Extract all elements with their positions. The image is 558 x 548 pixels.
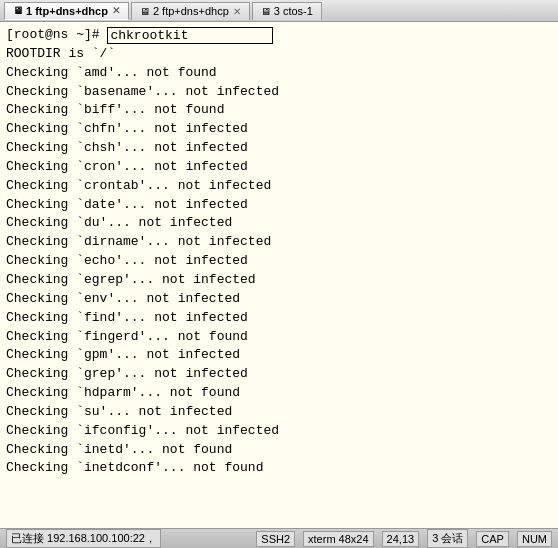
output-line: Checking `su'... not infected	[6, 403, 552, 422]
position-info: 24,13	[382, 531, 420, 547]
output-line: Checking `amd'... not found	[6, 64, 552, 83]
command-line: [root@ns ~]#	[6, 26, 552, 45]
tab-3[interactable]: 🖥 3 ctos-1	[252, 2, 322, 20]
prompt: [root@ns ~]#	[6, 26, 107, 45]
output-line: Checking `find'... not infected	[6, 309, 552, 328]
terminal-icon-3: 🖥	[261, 6, 271, 17]
ssh-info: SSH2	[256, 531, 295, 547]
command-input[interactable]	[107, 27, 273, 44]
caps-indicator: CAP	[476, 531, 509, 547]
output-line: ROOTDIR is `/`	[6, 45, 552, 64]
status-right: SSH2 xterm 48x24 24,13 3 会话 CAP NUM	[256, 529, 552, 548]
output-line: Checking `date'... not infected	[6, 196, 552, 215]
status-left: 已连接 192.168.100.100:22，	[6, 529, 161, 548]
tab-3-label: 3 ctos-1	[274, 5, 313, 17]
output-line: Checking `hdparm'... not found	[6, 384, 552, 403]
output-line: Checking `chfn'... not infected	[6, 120, 552, 139]
tab-2-label: 2 ftp+dns+dhcp	[153, 5, 229, 17]
terminal-content[interactable]: [root@ns ~]# ROOTDIR is `/`Checking `amd…	[0, 22, 558, 528]
output-line: Checking `inetdconf'... not found	[6, 459, 552, 478]
output-line: Checking `grep'... not infected	[6, 365, 552, 384]
terminal-icon-1: 🖥	[13, 5, 23, 16]
terminal-area: [root@ns ~]# ROOTDIR is `/`Checking `amd…	[0, 22, 558, 528]
tab-1-close[interactable]: ✕	[112, 5, 120, 16]
output-container: ROOTDIR is `/`Checking `amd'... not foun…	[6, 45, 552, 478]
output-line: Checking `biff'... not found	[6, 101, 552, 120]
output-line: Checking `egrep'... not infected	[6, 271, 552, 290]
tab-2-close[interactable]: ✕	[233, 6, 241, 17]
output-line: Checking `gpm'... not infected	[6, 346, 552, 365]
num-indicator: NUM	[517, 531, 552, 547]
output-line: Checking `dirname'... not infected	[6, 233, 552, 252]
output-line: Checking `echo'... not infected	[6, 252, 552, 271]
output-line: Checking `du'... not infected	[6, 214, 552, 233]
output-line: Checking `inetd'... not found	[6, 441, 552, 460]
output-line: Checking `chsh'... not infected	[6, 139, 552, 158]
output-line: Checking `env'... not infected	[6, 290, 552, 309]
sessions-info: 3 会话	[427, 529, 468, 548]
titlebar: 🖥 1 ftp+dns+dhcp ✕ 🖥 2 ftp+dns+dhcp ✕ 🖥 …	[0, 0, 558, 22]
connection-info: 已连接 192.168.100.100:22，	[6, 529, 161, 548]
tab-1-label: 1 ftp+dns+dhcp	[26, 5, 108, 17]
output-line: Checking `ifconfig'... not infected	[6, 422, 552, 441]
output-line: Checking `basename'... not infected	[6, 83, 552, 102]
tab-1[interactable]: 🖥 1 ftp+dns+dhcp ✕	[4, 2, 129, 20]
xterm-info: xterm 48x24	[303, 531, 374, 547]
terminal-icon-2: 🖥	[140, 6, 150, 17]
statusbar: 已连接 192.168.100.100:22， SSH2 xterm 48x24…	[0, 528, 558, 548]
output-line: Checking `cron'... not infected	[6, 158, 552, 177]
output-line: Checking `crontab'... not infected	[6, 177, 552, 196]
tab-2[interactable]: 🖥 2 ftp+dns+dhcp ✕	[131, 2, 250, 20]
output-line: Checking `fingerd'... not found	[6, 328, 552, 347]
